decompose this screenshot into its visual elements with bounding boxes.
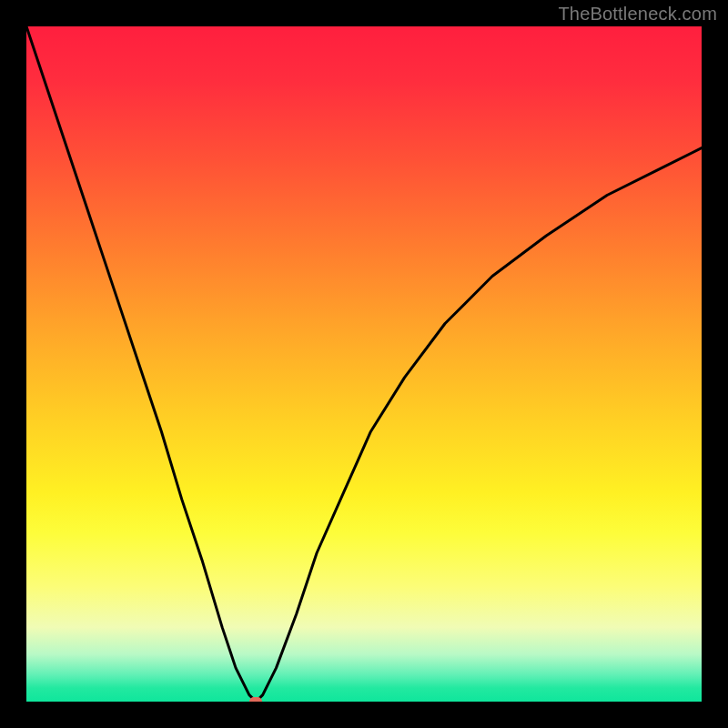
- watermark-label: TheBottleneck.com: [558, 4, 717, 25]
- chart-frame: TheBottleneck.com: [0, 0, 728, 728]
- bottleneck-marker: [249, 697, 262, 702]
- plot-area: [26, 26, 702, 702]
- bottleneck-curve: [26, 26, 702, 702]
